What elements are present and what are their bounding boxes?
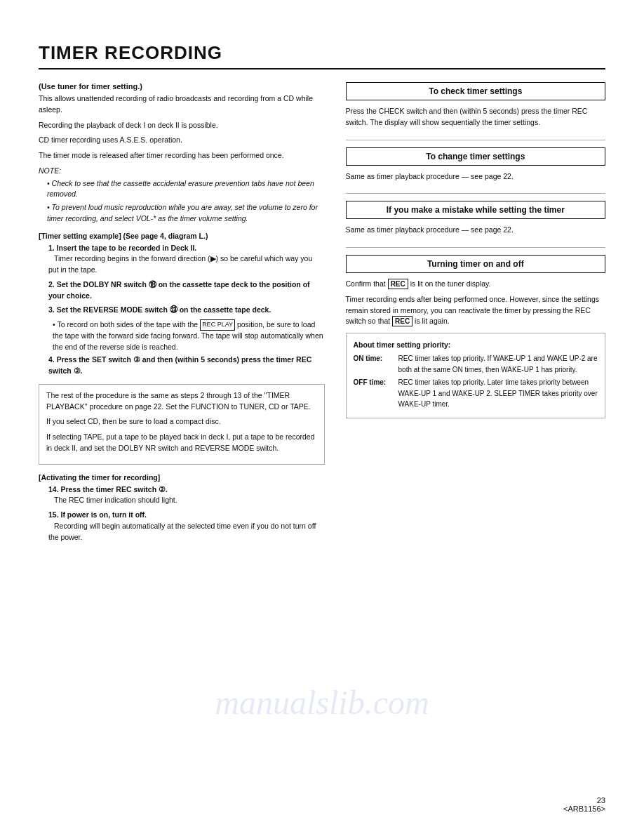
priority-title: About timer setting priority:	[354, 339, 598, 350]
step14-text: Press the timer REC switch ②.	[61, 485, 168, 494]
step15-text: If power is on, turn it off.	[61, 510, 147, 519]
step4-text: Press the SET switch ③ and then (within …	[48, 355, 311, 375]
note-label: NOTE:	[39, 166, 325, 177]
step3-bullet: To record on both sides of the tape with…	[39, 319, 325, 352]
change-settings-header: To change timer settings	[346, 147, 605, 166]
turning-section: Turning timer on and off Confirm that RE…	[346, 255, 605, 418]
left-column: (Use tuner for timer setting.) This allo…	[39, 82, 325, 546]
step-1: 1. Insert the tape to be recorded in Dec…	[39, 243, 325, 276]
page-footer: 23 <ARB1156>	[563, 796, 605, 813]
turning-p1: Confirm that REC is lit on the tuner dis…	[346, 279, 605, 290]
check-settings-header: To check timer settings	[346, 82, 605, 100]
priority-on-row: ON time: REC timer takes top priority. I…	[354, 353, 598, 375]
step14-detail: The REC timer indication should light.	[48, 496, 177, 504]
boxed-p3: If selecting TAPE, put a tape to be play…	[46, 432, 317, 454]
turning-p2: Timer recording ends after being perform…	[346, 294, 605, 327]
step-2: 2. Set the DOLBY NR switch ⑱ on the cass…	[39, 279, 325, 302]
step15-detail: Recording will begin automatically at th…	[48, 522, 316, 541]
priority-on-text: REC timer takes top priority. If WAKE-UP…	[398, 353, 598, 375]
priority-on-label: ON time:	[354, 353, 396, 375]
title-rule	[39, 68, 605, 70]
change-settings-p: Same as timer playback procedure — see p…	[346, 171, 605, 183]
right-column: To check timer settings Press the CHECK …	[346, 82, 605, 546]
step-3: 3. Set the REVERSE MODE switch ㉓ on the …	[39, 305, 325, 316]
use-tuner-p4: The timer mode is released after timer r…	[39, 150, 325, 161]
page-number: 23	[563, 796, 605, 805]
page-title: TIMER RECORDING	[39, 42, 605, 64]
step15-label: 15.	[48, 510, 59, 519]
step2-text: Set the DOLBY NR switch ⑱ on the cassett…	[48, 280, 310, 300]
use-tuner-header: (Use tuner for timer setting.)	[39, 82, 325, 91]
priority-box: About timer setting priority: ON time: R…	[346, 333, 605, 418]
priority-off-label: OFF time:	[354, 377, 396, 410]
step4-num: 4.	[48, 355, 55, 364]
change-settings-section: To change timer settings Same as timer p…	[346, 147, 605, 183]
rule-2	[346, 193, 605, 194]
check-settings-p: Press the CHECK switch and then (within …	[346, 106, 605, 128]
step-14: 14. Press the timer REC switch ②. The RE…	[39, 484, 325, 507]
boxed-procedure: The rest of the procedure is the same as…	[39, 384, 325, 465]
step14-label: 14.	[48, 485, 59, 494]
step1-detail: Timer recording begins in the forward di…	[48, 254, 312, 274]
two-column-layout: (Use tuner for timer setting.) This allo…	[39, 82, 605, 546]
boxed-p1: The rest of the procedure is the same as…	[46, 390, 317, 413]
step3-num: 3.	[48, 305, 55, 314]
turning-header: Turning timer on and off	[346, 255, 605, 273]
model-code: <ARB1156>	[563, 805, 605, 813]
use-tuner-p3: CD timer recording uses A.S.E.S. operati…	[39, 135, 325, 146]
mistake-section: If you make a mistake while setting the …	[346, 201, 605, 236]
step1-text: Insert the tape to be recorded in Deck I…	[57, 244, 197, 252]
mistake-header: If you make a mistake while setting the …	[346, 201, 605, 219]
rule-3	[346, 247, 605, 248]
rec-badge-1: REC	[388, 279, 408, 289]
activating-header: [Activating the timer for recording]	[39, 473, 325, 482]
priority-off-row: OFF time: REC timer takes top priority. …	[354, 377, 598, 410]
check-settings-section: To check timer settings Press the CHECK …	[346, 82, 605, 128]
step-4: 4. Press the SET switch ③ and then (with…	[39, 355, 325, 377]
watermark: manualslib.com	[215, 683, 429, 722]
step-15: 15. If power is on, turn it off. Recordi…	[39, 510, 325, 543]
priority-off-text: REC timer takes top priority. Later time…	[398, 377, 598, 410]
rule-1	[346, 140, 605, 140]
boxed-p2: If you select CD, then be sure to load a…	[46, 416, 317, 428]
mistake-p: Same as timer playback procedure — see p…	[346, 225, 605, 236]
timer-example-header: [Timer setting example] (See page 4, dia…	[39, 232, 325, 240]
use-tuner-p1: This allows unattended recording of radi…	[39, 93, 325, 116]
step3-text: Set the REVERSE MODE switch ㉓ on the cas…	[57, 305, 271, 314]
note-bullet-2: To prevent loud music reproduction while…	[39, 202, 325, 225]
rec-badge-2: REC	[392, 316, 412, 326]
use-tuner-p2: Recording the playback of deck I on deck…	[39, 120, 325, 131]
rec-play-box: REC PLAY	[200, 319, 235, 331]
step1-num: 1.	[48, 244, 55, 252]
note-bullet-1: Check to see that the cassette accidenta…	[39, 178, 325, 201]
step2-num: 2.	[48, 280, 55, 289]
page: TIMER RECORDING (Use tuner for timer set…	[0, 0, 644, 834]
